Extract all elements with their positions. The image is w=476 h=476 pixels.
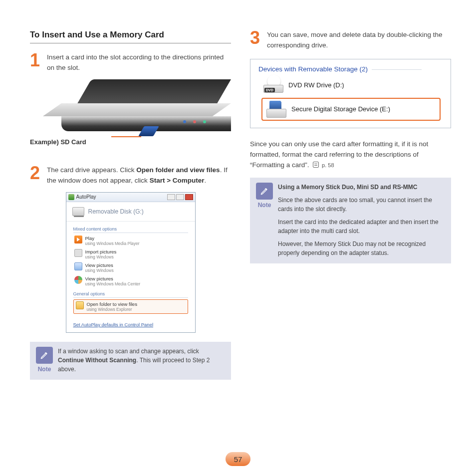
step-1-text: Insert a card into the slot according to… — [47, 52, 231, 73]
section-title: To Insert and Use a Memory Card — [30, 30, 231, 43]
autoplay-option-view-windows[interactable]: View picturesusing Windows — [73, 261, 188, 275]
step-number: 3 — [250, 30, 265, 46]
step-number: 1 — [30, 52, 45, 68]
note-label: Note — [38, 366, 51, 373]
page-ref-text: p. 58 — [322, 162, 334, 168]
formatting-paragraph: Since you can only use the card after fo… — [250, 139, 451, 171]
devices-panel: Devices with Removable Storage (2) DVD D… — [250, 59, 451, 128]
step-3-text: You can save, move and delete data by do… — [267, 30, 451, 51]
media-center-icon — [74, 276, 82, 284]
step-2: 2 The card drive appears. Click Open fol… — [30, 165, 231, 186]
laptop-illustration: Example) SD Card — [30, 79, 231, 154]
pencil-icon — [36, 347, 53, 364]
close-button[interactable] — [185, 194, 193, 200]
page-number: 57 — [226, 452, 250, 466]
autoplay-option-play[interactable]: Playusing Windows Media Player — [73, 235, 188, 248]
autoplay-app-icon — [68, 194, 74, 200]
step-1: 1 Insert a card into the slot according … — [30, 52, 231, 73]
minimize-button[interactable] — [167, 194, 175, 200]
device-dvd-label: DVD RW Drive (D:) — [288, 81, 344, 89]
photo-viewer-icon — [74, 262, 82, 270]
play-icon — [74, 236, 82, 243]
autoplay-option-open-folder[interactable]: Open folder to view filesusing Windows E… — [73, 299, 188, 314]
note-scan-body: If a window asking to scan and change ap… — [58, 347, 224, 374]
autoplay-defaults-link[interactable]: Set AutoPlay defaults in Control Panel — [66, 319, 195, 332]
autoplay-option-import[interactable]: Import picturesusing Windows — [73, 248, 188, 261]
camera-icon — [74, 249, 82, 257]
autoplay-group-mixed: Mixed content options — [73, 227, 188, 233]
autoplay-group-general: General options — [73, 291, 188, 298]
autoplay-titlebar: AutoPlay — [66, 193, 195, 202]
devices-group-title: Devices with Removable Storage (2) — [255, 63, 446, 75]
step-3: 3 You can save, move and delete data by … — [250, 30, 451, 51]
pencil-icon — [256, 183, 273, 200]
autoplay-title: AutoPlay — [76, 194, 96, 200]
device-dvd[interactable]: DVD DVD RW Drive (D:) — [255, 75, 446, 96]
autoplay-option-view-mediacenter[interactable]: View picturesusing Windows Media Center — [73, 275, 188, 288]
step-number: 2 — [30, 165, 45, 181]
note-memorystick-body: Using a Memory Stick Duo, Mini SD and RS… — [278, 183, 444, 257]
folder-icon — [76, 301, 84, 309]
device-sd-label: Secure Digital Storage Device (E:) — [291, 105, 390, 113]
autoplay-drive-label: Removable Disk (G:) — [88, 208, 144, 215]
maximize-button[interactable] — [176, 194, 184, 200]
page-ref-icon — [313, 162, 319, 168]
dvd-drive-icon: DVD — [263, 78, 283, 93]
sd-drive-icon — [266, 101, 286, 118]
step-2-text: The card drive appears. Click Open folde… — [47, 165, 231, 186]
sd-card-label: Example) SD Card — [30, 138, 86, 146]
note-scan: Note If a window asking to scan and chan… — [30, 342, 231, 380]
note-memorystick: Note Using a Memory Stick Duo, Mini SD a… — [250, 178, 451, 263]
device-sd[interactable]: Secure Digital Storage Device (E:) — [261, 98, 441, 121]
drive-icon — [72, 207, 84, 216]
autoplay-window: AutoPlay Removable Disk (G:) Mixed conte… — [66, 192, 196, 333]
note-label: Note — [258, 202, 271, 209]
